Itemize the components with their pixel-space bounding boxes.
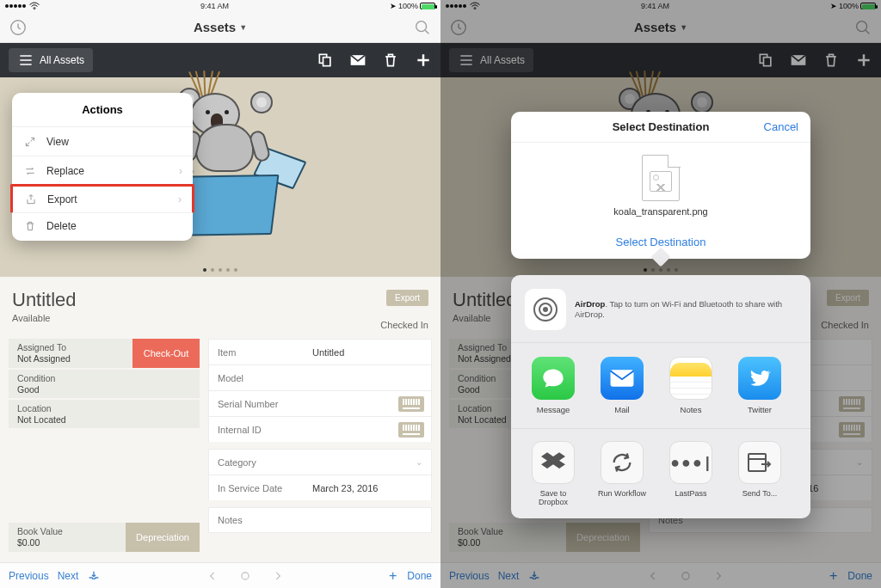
app-notes[interactable]: Notes bbox=[662, 357, 719, 414]
service-date-field[interactable]: In Service DateMarch 23, 2016 bbox=[208, 475, 432, 500]
barcode-icon[interactable] bbox=[398, 396, 424, 412]
list-icon bbox=[17, 52, 34, 69]
action-run-workflow[interactable]: Run Workflow bbox=[594, 441, 650, 506]
notes-field[interactable]: Notes bbox=[208, 507, 432, 533]
svg-rect-14 bbox=[611, 370, 634, 387]
availability: Available bbox=[12, 313, 77, 323]
popover-title: Actions bbox=[12, 93, 193, 127]
filename: koala_transparent.png bbox=[511, 206, 810, 217]
barcode-icon[interactable] bbox=[398, 422, 424, 438]
record-title: Untitled bbox=[12, 289, 77, 311]
status-time: 9:41 AM bbox=[200, 2, 229, 10]
action-send-to[interactable]: Send To... bbox=[731, 441, 788, 506]
battery-percent: 100% bbox=[398, 2, 418, 10]
done-button[interactable]: Done bbox=[407, 570, 432, 582]
share-sheet: AirDrop. Tap to turn on Wi-Fi and Blueto… bbox=[511, 275, 810, 518]
chevron-down-icon: ⌄ bbox=[416, 457, 422, 467]
book-value-field[interactable]: Book Value $0.00 Depreciation bbox=[9, 523, 200, 552]
svg-rect-15 bbox=[749, 454, 766, 471]
tray-icon[interactable] bbox=[87, 569, 101, 583]
cancel-button[interactable]: Cancel bbox=[764, 120, 798, 133]
assigned-field[interactable]: Assigned To Not Assigned Check-Out bbox=[9, 339, 200, 368]
trash-icon[interactable] bbox=[382, 52, 399, 69]
chevron-right-icon: › bbox=[179, 165, 182, 177]
chevron-right-icon[interactable] bbox=[272, 570, 284, 582]
chevron-right-icon: › bbox=[178, 193, 182, 205]
action-view[interactable]: View bbox=[12, 127, 193, 156]
left-panel: 9:41 AM ➤ 100% Assets▼ All Assets bbox=[0, 0, 440, 588]
plus-icon[interactable] bbox=[415, 52, 432, 69]
document-icon bbox=[642, 155, 680, 201]
chevron-down-icon: ▼ bbox=[239, 23, 247, 32]
location-field[interactable]: Location Not Located bbox=[9, 400, 200, 428]
checked-in-status: Checked In bbox=[380, 320, 428, 330]
toolbar: All Assets bbox=[0, 43, 440, 77]
search-icon[interactable] bbox=[413, 18, 432, 37]
next-link[interactable]: Next bbox=[58, 570, 79, 582]
expand-icon bbox=[24, 136, 36, 148]
svg-point-2 bbox=[416, 21, 427, 31]
copy-icon[interactable] bbox=[317, 52, 334, 69]
add-icon[interactable]: + bbox=[389, 568, 397, 584]
share-title: Select Destination bbox=[523, 120, 798, 133]
app-twitter[interactable]: Twitter bbox=[731, 357, 788, 414]
actions-popover: Actions View Replace › Export › Delete bbox=[12, 93, 193, 241]
condition-field[interactable]: Condition Good bbox=[9, 370, 200, 398]
nav-arrow-icon: ➤ bbox=[390, 2, 397, 10]
select-destination-panel: Select Destination Cancel koala_transpar… bbox=[511, 112, 810, 259]
export-button[interactable]: Export bbox=[386, 290, 428, 306]
checkout-button[interactable]: Check-Out bbox=[132, 339, 200, 368]
app-message[interactable]: Message bbox=[525, 357, 582, 414]
history-icon[interactable] bbox=[9, 18, 28, 37]
depreciation-button[interactable]: Depreciation bbox=[126, 523, 200, 552]
action-replace[interactable]: Replace › bbox=[12, 156, 193, 186]
nav-title[interactable]: Assets▼ bbox=[194, 20, 247, 34]
app-mail[interactable]: Mail bbox=[594, 357, 650, 414]
share-icon bbox=[25, 193, 37, 205]
nav-bar: Assets▼ bbox=[0, 12, 440, 43]
item-field[interactable]: ItemUntitled bbox=[208, 339, 432, 364]
right-panel: 9:41 AM ➤100% Assets▼ All Assets Untitle… bbox=[440, 0, 881, 588]
prev-link[interactable]: Previous bbox=[9, 570, 49, 582]
airdrop-row[interactable]: AirDrop. Tap to turn on Wi-Fi and Blueto… bbox=[511, 284, 810, 343]
swap-icon bbox=[24, 165, 36, 177]
record-header: Untitled Available Export Checked In bbox=[0, 277, 440, 339]
internal-id-field[interactable]: Internal ID bbox=[208, 416, 432, 442]
chevron-left-icon[interactable] bbox=[206, 570, 219, 582]
action-export[interactable]: Export › bbox=[10, 184, 194, 213]
serial-field[interactable]: Serial Number bbox=[208, 390, 432, 416]
model-field[interactable]: Model bbox=[208, 364, 432, 390]
filter-tag[interactable]: All Assets bbox=[9, 48, 93, 72]
svg-rect-4 bbox=[323, 58, 330, 66]
wifi-icon bbox=[29, 2, 40, 10]
page-indicator bbox=[0, 268, 440, 272]
battery-icon bbox=[420, 3, 435, 9]
svg-point-6 bbox=[242, 572, 249, 579]
airdrop-icon bbox=[525, 289, 566, 330]
status-bar: 9:41 AM ➤ 100% bbox=[0, 0, 440, 12]
category-field[interactable]: Category⌄ bbox=[208, 449, 432, 475]
action-save-dropbox[interactable]: Save to Dropbox bbox=[525, 441, 582, 506]
bottom-bar: Previous Next + Done bbox=[0, 562, 440, 588]
circle-icon[interactable] bbox=[239, 570, 251, 582]
action-lastpass[interactable]: ●●●|LastPass bbox=[662, 441, 719, 506]
mail-icon[interactable] bbox=[349, 52, 367, 69]
trash-icon bbox=[24, 220, 36, 232]
svg-point-0 bbox=[34, 9, 35, 10]
action-delete[interactable]: Delete bbox=[12, 211, 193, 241]
